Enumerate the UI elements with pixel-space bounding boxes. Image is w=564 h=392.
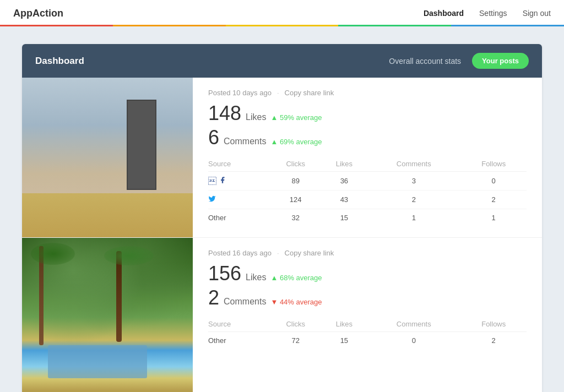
- likes-count-1: 148: [208, 104, 241, 123]
- post-image-2: [22, 238, 193, 392]
- source-other-1: Other: [208, 209, 270, 227]
- comments-count-2: 2: [208, 288, 219, 308]
- likes-label-2: Likes: [246, 273, 266, 282]
- comments-avg-2: 44% average: [270, 298, 322, 306]
- source-twitter: [208, 190, 270, 209]
- nav-signout[interactable]: Sign out: [523, 9, 551, 18]
- water-reflection: [48, 345, 147, 378]
- tw-likes: 43: [322, 190, 367, 209]
- your-posts-button[interactable]: Your posts: [472, 53, 529, 69]
- comments-label-1: Comments: [224, 137, 266, 146]
- col-comments-2: Comments: [367, 317, 460, 332]
- post-meta-1: Posted 10 days ago · Copy share link: [208, 89, 527, 97]
- likes-line-2: 156 Likes 68% average: [208, 264, 527, 284]
- nav-dashboard[interactable]: Dashboard: [424, 9, 464, 18]
- dashboard-header: Dashboard Overall account stats Your pos…: [22, 44, 542, 78]
- comments-avg-1: 69% average: [270, 138, 322, 146]
- nav-links: Dashboard Settings Sign out: [424, 9, 551, 18]
- likes-avg-1: 59% average: [270, 113, 322, 122]
- table-row: 124 43 2 2: [208, 190, 527, 209]
- post-row-1: Posted 10 days ago · Copy share link 148…: [22, 78, 542, 238]
- col-follows-2: Follows: [460, 317, 527, 332]
- col-comments-1: Comments: [367, 156, 460, 172]
- likes-count-2: 156: [208, 264, 241, 284]
- comments-trend-down-2: [270, 298, 279, 306]
- palm-leaves-1: [31, 243, 75, 265]
- source-other-2: Other: [208, 332, 270, 350]
- post-content-1: Posted 10 days ago · Copy share link 148…: [193, 78, 542, 237]
- main-content: Dashboard Overall account stats Your pos…: [0, 26, 564, 392]
- facebook-icon: : [208, 176, 216, 186]
- dashboard-card: Dashboard Overall account stats Your pos…: [22, 44, 542, 392]
- stats-table-2: Source Clicks Likes Comments Follows Oth…: [208, 317, 527, 349]
- nav-settings[interactable]: Settings: [479, 9, 507, 18]
- comments-trend-up-1: [270, 138, 279, 146]
- tw-comments: 2: [367, 190, 460, 209]
- dashboard-title: Dashboard: [35, 56, 84, 67]
- fb-comments: 3: [367, 172, 460, 190]
- navbar: AppAction Dashboard Settings Sign out: [0, 0, 564, 26]
- col-likes-1: Likes: [322, 156, 367, 172]
- fb-likes: 36: [322, 172, 367, 190]
- table-header-row-1: Source Clicks Likes Comments Follows: [208, 156, 527, 172]
- likes-line-1: 148 Likes 59% average: [208, 104, 527, 123]
- likes-trend-up-1: [270, 113, 279, 122]
- table-row: Other 32 15 1 1: [208, 209, 527, 227]
- col-source-2: Source: [208, 317, 270, 332]
- facebook-logo: [219, 176, 226, 184]
- comments-label-2: Comments: [224, 297, 266, 307]
- table-row: Other 72 15 0 2: [208, 332, 527, 350]
- likes-trend-up-2: [270, 274, 279, 282]
- col-clicks-1: Clicks: [270, 156, 322, 172]
- post-content-2: Posted 16 days ago · Copy share link 156…: [193, 238, 542, 392]
- col-follows-1: Follows: [460, 156, 527, 172]
- fb-clicks: 89: [270, 172, 322, 190]
- stats-table-1: Source Clicks Likes Comments Follows : [208, 156, 527, 226]
- other-follows-1: 1: [460, 209, 527, 227]
- dashboard-header-right: Overall account stats Your posts: [389, 53, 529, 69]
- other-likes-1: 15: [322, 209, 367, 227]
- tw-clicks: 124: [270, 190, 322, 209]
- likes-label-1: Likes: [246, 112, 266, 122]
- likes-avg-2: 68% average: [270, 274, 322, 282]
- meta-dot-1: ·: [277, 89, 279, 97]
- col-likes-2: Likes: [322, 317, 367, 332]
- palm-leaves-2: [104, 246, 154, 265]
- other-comments-2: 0: [367, 332, 460, 350]
- comments-line-1: 6 Comments 69% average: [208, 128, 527, 148]
- meta-dot-2: ·: [277, 249, 279, 257]
- source-facebook: : [208, 172, 270, 190]
- fb-follows: 0: [460, 172, 527, 190]
- other-follows-2: 2: [460, 332, 527, 350]
- post-thumbnail-tropical: [22, 238, 193, 392]
- comments-line-2: 2 Comments 44% average: [208, 288, 527, 308]
- posted-ago-1: Posted 10 days ago: [208, 89, 272, 97]
- copy-share-link-1[interactable]: Copy share link: [285, 89, 334, 97]
- table-row:  89 36 3 0: [208, 172, 527, 190]
- comments-count-1: 6: [208, 128, 219, 148]
- other-likes-2: 15: [322, 332, 367, 350]
- post-meta-2: Posted 16 days ago · Copy share link: [208, 249, 527, 257]
- post-image-1: [22, 78, 193, 237]
- posted-ago-2: Posted 16 days ago: [208, 249, 272, 257]
- post-thumbnail-tower: [22, 78, 193, 237]
- other-clicks-2: 72: [270, 332, 322, 350]
- copy-share-link-2[interactable]: Copy share link: [285, 249, 334, 257]
- other-comments-1: 1: [367, 209, 460, 227]
- col-clicks-2: Clicks: [270, 317, 322, 332]
- table-header-row-2: Source Clicks Likes Comments Follows: [208, 317, 527, 332]
- brand-name: AppAction: [13, 8, 63, 19]
- post-row-2: Posted 16 days ago · Copy share link 156…: [22, 238, 542, 392]
- twitter-logo: [208, 195, 216, 203]
- col-source-1: Source: [208, 156, 270, 172]
- overall-stats-label: Overall account stats: [389, 57, 461, 66]
- tw-follows: 2: [460, 190, 527, 209]
- other-clicks-1: 32: [270, 209, 322, 227]
